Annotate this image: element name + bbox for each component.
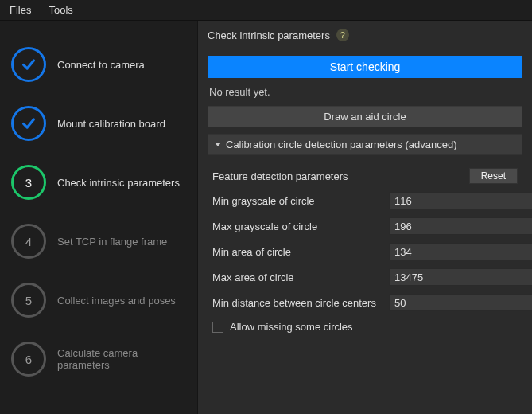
step-label: Connect to camera	[57, 59, 145, 71]
step-label: Collect images and poses	[57, 295, 176, 307]
menu-tools[interactable]: Tools	[49, 4, 72, 16]
param-row-min-area: Min area of circle	[212, 243, 518, 260]
advanced-params-label: Calibration circle detection parameters …	[226, 139, 456, 150]
step-label: Calculate camera parameters	[57, 347, 186, 371]
param-label: Min area of circle	[212, 246, 389, 258]
main-panel: Check intrinsic parameters ? Start check…	[197, 21, 532, 414]
param-label: Max grayscale of circle	[212, 221, 389, 232]
check-icon	[20, 56, 37, 73]
max-area-stepper[interactable]	[389, 268, 518, 286]
step-status-icon: 5	[11, 283, 46, 318]
min-area-stepper[interactable]	[389, 243, 518, 260]
param-label: Max area of circle	[212, 271, 389, 283]
wizard-sidebar: Connect to camera Mount calibration boar…	[0, 21, 197, 414]
step-status-icon	[11, 106, 46, 141]
step-label: Set TCP in flange frame	[57, 236, 167, 248]
reset-button[interactable]: Reset	[469, 168, 518, 184]
section-title: Feature detection parameters	[212, 170, 348, 182]
step-calculate-params[interactable]: 6 Calculate camera parameters	[0, 330, 197, 389]
allow-missing-label: Allow missing some circles	[230, 321, 353, 333]
advanced-params-toggle[interactable]: Calibration circle detection parameters …	[208, 134, 522, 155]
min-distance-input[interactable]	[389, 294, 532, 311]
allow-missing-row: Allow missing some circles	[212, 319, 518, 333]
step-status-icon	[11, 47, 46, 82]
step-connect-camera[interactable]: Connect to camera	[0, 35, 197, 94]
menu-files[interactable]: Files	[10, 4, 31, 16]
chevron-down-icon	[215, 143, 221, 146]
max-grayscale-input[interactable]	[389, 217, 532, 235]
step-collect-images[interactable]: 5 Collect images and poses	[0, 271, 197, 330]
max-area-input[interactable]	[389, 268, 532, 286]
min-distance-stepper[interactable]	[389, 294, 518, 311]
step-status-icon: 3	[11, 165, 46, 200]
param-label: Min distance between circle centers	[212, 297, 389, 309]
param-row-max-area: Max area of circle	[212, 268, 518, 286]
draw-aid-circle-button[interactable]: Draw an aid circle	[208, 106, 522, 127]
step-label: Mount calibration board	[57, 118, 165, 130]
param-row-min-distance: Min distance between circle centers	[212, 294, 518, 311]
feature-detection-section: Feature detection parameters Reset Min g…	[208, 162, 522, 333]
min-grayscale-stepper[interactable]	[389, 192, 518, 209]
step-status-icon: 6	[11, 342, 46, 377]
min-area-input[interactable]	[389, 243, 532, 260]
max-grayscale-stepper[interactable]	[389, 217, 518, 235]
help-icon[interactable]: ?	[336, 29, 349, 41]
menubar: Files Tools	[0, 0, 532, 21]
allow-missing-checkbox[interactable]	[212, 322, 223, 333]
param-label: Min grayscale of circle	[212, 195, 389, 207]
param-row-max-grayscale: Max grayscale of circle	[212, 217, 518, 235]
step-mount-board[interactable]: Mount calibration board	[0, 94, 197, 153]
start-checking-button[interactable]: Start checking	[208, 56, 522, 78]
param-row-min-grayscale: Min grayscale of circle	[212, 192, 518, 209]
step-tcp-flange[interactable]: 4 Set TCP in flange frame	[0, 212, 197, 271]
min-grayscale-input[interactable]	[389, 192, 532, 209]
step-status-icon: 4	[11, 224, 46, 259]
panel-title: Check intrinsic parameters	[208, 29, 330, 41]
result-status: No result yet.	[208, 84, 522, 100]
check-icon	[20, 115, 37, 132]
step-label: Check intrinsic parameters	[57, 177, 180, 189]
panel-header: Check intrinsic parameters ?	[198, 21, 532, 49]
step-check-intrinsic[interactable]: 3 Check intrinsic parameters	[0, 153, 197, 212]
